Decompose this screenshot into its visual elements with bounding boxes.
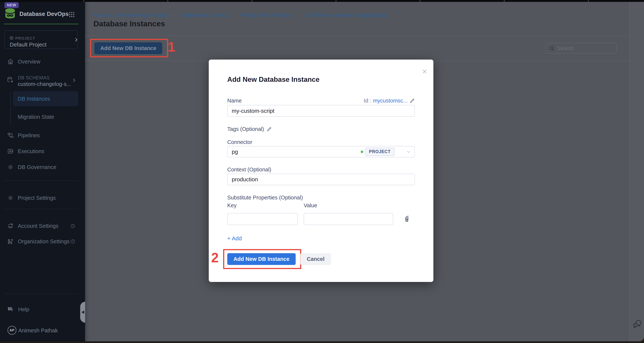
annotation-step-1: 1 xyxy=(168,40,175,54)
cube-icon xyxy=(9,36,14,40)
breadcrumb-separator: › xyxy=(233,12,234,18)
substitute-properties-label: Substitute Properties (Optional) xyxy=(227,195,303,201)
sidebar-item-label: DB Instances xyxy=(18,96,50,102)
connector-value: pg xyxy=(232,149,361,155)
key-label: Key xyxy=(227,202,236,209)
sidebar-item-label: Project Settings xyxy=(18,195,56,201)
new-badge: NEW xyxy=(4,2,19,8)
sidebar-item-migration-state[interactable]: Migration State xyxy=(18,114,54,120)
sidebar-item-help[interactable]: ? Help xyxy=(0,304,85,315)
sidebar-item-project-settings[interactable]: Project Settings xyxy=(0,192,85,204)
breadcrumb-organization[interactable]: Organization: default xyxy=(180,12,228,18)
id-label: Id : xyxy=(364,98,371,104)
search-input[interactable] xyxy=(546,43,616,53)
submit-add-db-instance-button[interactable]: Add New DB Instance xyxy=(227,253,296,265)
info-icon[interactable] xyxy=(70,224,75,229)
breadcrumb: Account: kurosakiichigo.songoku › Organi… xyxy=(94,12,388,18)
sidebar-item-db-schemas[interactable]: custom-changelog-s... xyxy=(18,81,71,87)
sidebar-divider xyxy=(4,209,78,209)
context-input[interactable] xyxy=(227,174,415,185)
breadcrumb-account[interactable]: Account: kurosakiichigo.songoku xyxy=(94,12,170,18)
database-gear-icon xyxy=(7,76,14,84)
delete-row-trash-icon[interactable] xyxy=(402,215,411,223)
add-button-label: Add New DB Instance xyxy=(100,45,156,51)
layers-gear-icon xyxy=(7,223,14,229)
sidebar-item-label: Help xyxy=(18,307,29,313)
browser-top-edge xyxy=(0,0,644,2)
nav-indent-line xyxy=(10,91,11,126)
identifier-row: Id : mycustomsc... xyxy=(364,98,415,104)
play-square-icon xyxy=(7,148,14,155)
gear-icon xyxy=(7,195,14,201)
app-window: NEW Database DevOps PROJE xyxy=(0,0,644,341)
connector-scope-chip: PROJECT xyxy=(365,148,394,156)
sidebar-item-executions[interactable]: Executions xyxy=(0,146,85,157)
edit-id-pencil-icon[interactable] xyxy=(409,98,415,104)
connector-select[interactable]: pg PROJECT xyxy=(227,146,415,157)
connector-status-dot xyxy=(361,150,363,153)
chevron-right-icon xyxy=(73,37,79,42)
value-label: Value xyxy=(304,202,317,209)
annotation-step-2: 2 xyxy=(211,251,219,264)
sidebar-divider xyxy=(4,181,78,181)
sidebar-item-overview[interactable]: Overview xyxy=(0,56,85,67)
id-value[interactable]: mycustomsc... xyxy=(373,98,408,104)
user-name[interactable]: Animesh Pathak xyxy=(18,328,58,334)
gear-icon xyxy=(7,164,14,170)
avatar[interactable]: AP xyxy=(8,326,16,335)
database-devops-logo-icon xyxy=(4,7,16,19)
avatar-initials: AP xyxy=(10,328,14,332)
breadcrumb-separator: › xyxy=(174,12,176,18)
content-right-margin xyxy=(630,2,644,341)
support-chat-icon[interactable] xyxy=(632,319,643,329)
sidebar-item-label: Organization Settings xyxy=(18,238,70,245)
chevron-down-icon xyxy=(406,149,411,154)
sidebar-item-label: Overview xyxy=(18,59,40,65)
info-icon[interactable] xyxy=(70,239,75,244)
project-selector[interactable]: PROJECT Default Project xyxy=(4,30,78,49)
cancel-button-label: Cancel xyxy=(307,256,324,262)
brand-divider xyxy=(4,24,78,24)
add-new-db-instance-button[interactable]: Add New DB Instance xyxy=(94,42,162,54)
value-input[interactable] xyxy=(304,213,393,225)
home-icon xyxy=(7,58,14,65)
sidebar-item-label: Pipelines xyxy=(18,132,40,139)
close-icon[interactable] xyxy=(422,68,428,75)
sidebar-divider xyxy=(4,294,78,294)
sidebar: NEW Database DevOps PROJE xyxy=(0,2,85,341)
sidebar-item-label: DB Governance xyxy=(18,164,56,170)
context-label: Context (Optional) xyxy=(227,167,271,173)
svg-text:?: ? xyxy=(9,307,11,310)
search-box xyxy=(546,43,617,54)
sidebar-item-pipelines[interactable]: Pipelines xyxy=(0,130,85,141)
page-title: Database Instances xyxy=(94,19,165,28)
chevron-right-icon[interactable] xyxy=(72,78,76,83)
connector-label: Connector xyxy=(227,139,252,145)
org-gear-icon xyxy=(7,238,14,245)
key-input[interactable] xyxy=(227,213,298,225)
sidebar-collapse-handle[interactable] xyxy=(80,302,85,323)
sidebar-item-db-governance[interactable]: DB Governance xyxy=(0,162,85,173)
add-db-instance-modal: Add New Database Instance Name Id : mycu… xyxy=(209,59,434,282)
cancel-button[interactable]: Cancel xyxy=(300,253,331,265)
modal-title: Add New Database Instance xyxy=(227,76,320,83)
edit-tags-pencil-icon[interactable] xyxy=(266,126,272,132)
tags-row: Tags (Optional) xyxy=(227,126,272,132)
name-label: Name xyxy=(227,98,242,104)
app-title: Database DevOps xyxy=(20,11,69,17)
name-input[interactable] xyxy=(227,105,415,117)
add-property-link[interactable]: + Add xyxy=(227,235,242,242)
app-grid-icon[interactable] xyxy=(68,11,75,18)
header-divider xyxy=(85,35,629,36)
breadcrumb-project[interactable]: Project: Default Project xyxy=(239,12,292,18)
project-name: Default Project xyxy=(10,41,46,48)
tags-label: Tags (Optional) xyxy=(227,126,264,132)
sidebar-group-kicker: DB SCHEMAS xyxy=(18,75,50,80)
sidebar-item-label: Executions xyxy=(18,148,44,154)
collapse-arrow-icon xyxy=(82,311,84,314)
submit-button-label: Add New DB Instance xyxy=(234,256,290,262)
sidebar-item-db-instances[interactable]: DB Instances xyxy=(13,91,78,106)
pipelines-icon xyxy=(7,132,14,139)
help-chat-icon: ? xyxy=(7,306,14,313)
breadcrumb-db-schema[interactable]: DB Schema: customchangelogscript xyxy=(303,12,387,18)
